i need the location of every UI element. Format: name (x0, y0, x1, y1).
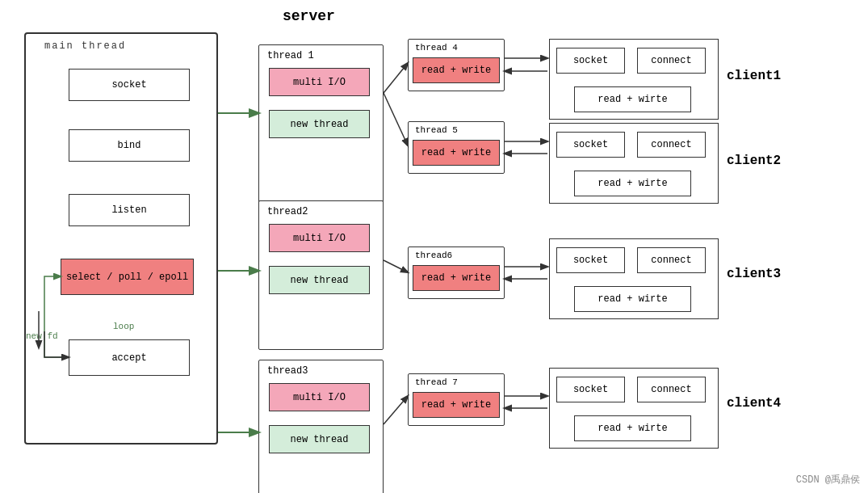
thread7-label: thread 7 (415, 377, 458, 387)
main-thread-label: main thread (44, 40, 126, 52)
client1-socket: socket (556, 48, 625, 74)
client4-readwrite: read + wirte (574, 415, 691, 441)
client2-socket: socket (556, 132, 625, 158)
client1-label: client1 (727, 69, 781, 83)
thread4-label: thread 4 (415, 43, 458, 53)
page-title: server (283, 8, 335, 24)
thread5-group: thread 5 read + write (408, 121, 505, 174)
thread5-rw: read + write (413, 140, 500, 166)
select-box: select / poll / epoll (61, 259, 194, 295)
thread4-rw: read + write (413, 57, 500, 83)
client3-label: client3 (727, 267, 781, 281)
thread7-rw: read + write (413, 392, 500, 418)
diagram: server main thread socket bind listen se… (0, 0, 868, 493)
loop-label: loop (113, 322, 134, 331)
client4-label: client4 (727, 396, 781, 411)
thread2-label: thread2 (267, 206, 308, 217)
client2-readwrite: read + wirte (574, 171, 691, 196)
client1-connect: connect (637, 48, 706, 74)
thread3-multiio: multi I/O (269, 383, 370, 411)
socket-box: socket (69, 69, 190, 101)
thread1-multiio: multi I/O (269, 68, 370, 96)
client3-group: socket connect read + wirte (549, 238, 719, 319)
client2-connect: connect (637, 132, 706, 158)
accept-box: accept (69, 339, 190, 376)
thread3-label: thread3 (267, 365, 308, 377)
client2-group: socket connect read + wirte (549, 123, 719, 204)
thread2-group: thread2 multi I/O new thread (258, 200, 384, 350)
client3-socket: socket (556, 247, 625, 273)
watermark: CSDN @禹鼎侯 (796, 473, 860, 487)
listen-box: listen (69, 194, 190, 226)
thread3-group: thread3 multi I/O new thread (258, 360, 384, 493)
client2-label: client2 (727, 154, 781, 168)
new-fd-label: new fd (26, 331, 58, 341)
thread1-newthread: new thread (269, 110, 370, 138)
client3-connect: connect (637, 247, 706, 273)
client4-connect: connect (637, 377, 706, 402)
thread4-group: thread 4 read + write (408, 39, 505, 91)
client4-socket: socket (556, 377, 625, 402)
thread3-newthread: new thread (269, 425, 370, 453)
thread5-label: thread 5 (415, 125, 458, 135)
thread7-group: thread 7 read + write (408, 373, 505, 426)
thread1-group: thread 1 multi I/O new thread (258, 44, 384, 206)
thread2-multiio: multi I/O (269, 224, 370, 252)
thread6-rw: read + write (413, 265, 500, 291)
thread6-label: thread6 (415, 251, 452, 260)
thread1-label: thread 1 (267, 50, 314, 61)
thread2-newthread: new thread (269, 266, 370, 294)
client3-readwrite: read + wirte (574, 286, 691, 312)
bind-box: bind (69, 129, 190, 162)
client4-group: socket connect read + wirte (549, 368, 719, 449)
thread6-group: thread6 read + write (408, 247, 505, 299)
client1-group: socket connect read + wirte (549, 39, 719, 120)
client1-readwrite: read + wirte (574, 86, 691, 112)
